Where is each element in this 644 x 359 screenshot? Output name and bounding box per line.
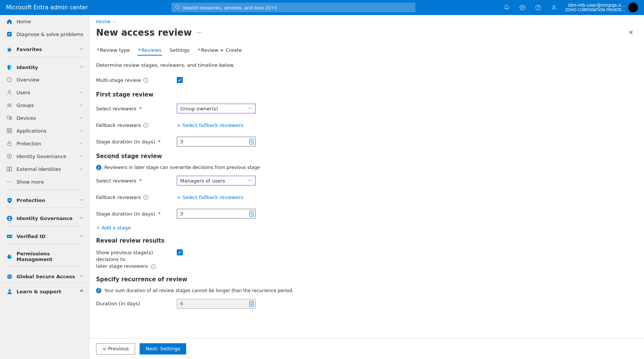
info-icon[interactable]: i — [143, 78, 148, 83]
sidebar-item-applications[interactable]: Applications — [0, 124, 89, 137]
notifications-button[interactable] — [499, 0, 514, 15]
stage1-duration-input[interactable]: 3 — [177, 137, 256, 146]
previous-button[interactable]: < Previous — [96, 343, 135, 354]
sidebar-item-overview[interactable]: Overview — [0, 73, 89, 86]
section-second-stage: Second stage review — [96, 153, 637, 160]
sidebar-item-label: Home — [17, 19, 84, 24]
tab-review-create[interactable]: *Review + Create — [197, 45, 242, 55]
tab-label: Reviews — [141, 47, 161, 53]
stepper-icon[interactable] — [249, 211, 254, 217]
row-stage1-reviewers: Select reviewers * Group owner(s) — [96, 103, 637, 114]
devices-icon — [5, 115, 14, 121]
sidebar-section-identity-governance[interactable]: Identity Governance — [0, 210, 89, 224]
next-button[interactable]: Next: Settings — [140, 343, 186, 354]
sidebar-item-external-identities[interactable]: External Identities — [0, 163, 89, 175]
sidebar-section-label: Verified ID — [17, 234, 78, 239]
more-actions-button[interactable]: ⋯ — [196, 29, 202, 36]
row-stage2-reviewers: Select reviewers * Managers of users — [96, 175, 637, 186]
sidebar-item-label: Identity Governance — [17, 154, 78, 159]
user-account-button[interactable]: idm-mb-user@ompqa.o... ZOHO CORPORATION … — [562, 0, 641, 15]
svg-point-26 — [11, 181, 12, 182]
avatar — [628, 3, 638, 12]
sidebar-section-label: Protection — [17, 198, 78, 203]
help-button[interactable] — [531, 0, 546, 15]
svg-point-3 — [536, 5, 540, 10]
protection-icon — [5, 197, 14, 204]
collapse-sidebar-button[interactable] — [79, 288, 84, 294]
stage2-reviewers-select[interactable]: Managers of users — [177, 176, 256, 186]
stage2-fallback-link[interactable]: + Select fallback reviewers — [177, 195, 243, 200]
sidebar-item-groups[interactable]: Groups — [0, 99, 89, 112]
search-icon — [175, 4, 181, 11]
sidebar-item-label: Diagnose & solve problems — [17, 32, 84, 37]
sidebar-item-protection-sub[interactable]: Protection — [0, 137, 89, 150]
tab-settings[interactable]: Settings — [169, 45, 190, 55]
sidebar-item-users[interactable]: Users — [0, 86, 89, 99]
chevron-down-icon — [78, 197, 84, 204]
bell-icon — [504, 5, 510, 11]
stepper-icon[interactable] — [249, 301, 254, 307]
sidebar-item-home[interactable]: Home — [0, 15, 89, 28]
section-reveal-results: Reveal review results — [96, 237, 637, 244]
applications-icon — [5, 128, 14, 134]
sidebar-item-show-more[interactable]: Show more — [0, 175, 89, 188]
info-icon[interactable]: i — [143, 195, 148, 200]
row-stage1-duration: Stage duration (in days) * 3 — [96, 136, 637, 147]
svg-point-27 — [9, 199, 10, 201]
svg-point-9 — [9, 80, 10, 81]
intro-text: Determine review stages, reviewers, and … — [96, 62, 637, 68]
multi-stage-checkbox[interactable] — [177, 77, 183, 83]
svg-point-11 — [8, 104, 9, 105]
fallback-reviewers-label: Fallback reviewers — [96, 195, 141, 200]
sidebar-section-verified-id[interactable]: Verified ID — [0, 228, 89, 242]
row-stage2-fallback: Fallback reviewers i + Select fallback r… — [96, 192, 637, 202]
input-value: 3 — [180, 139, 183, 145]
close-button[interactable]: ✕ — [625, 27, 637, 38]
content-scroll[interactable]: *Review type *Reviews Settings *Review +… — [89, 41, 644, 338]
divider — [5, 244, 84, 244]
svg-point-31 — [8, 236, 9, 237]
stage1-reviewers-select[interactable]: Group owner(s) — [177, 104, 256, 113]
global-search[interactable] — [172, 3, 415, 12]
sidebar-section-favorites[interactable]: Favorites — [0, 41, 89, 55]
section-recurrence: Specify recurrence of review — [96, 276, 637, 283]
feedback-button[interactable] — [546, 0, 561, 15]
star-icon — [5, 47, 14, 53]
sidebar-section-identity[interactable]: Identity — [0, 59, 89, 73]
duration-label: Duration (in days) — [96, 301, 140, 306]
tab-reviews[interactable]: *Reviews — [137, 45, 162, 55]
multi-stage-label: Multi-stage review — [96, 77, 141, 83]
info-icon[interactable]: i — [151, 264, 156, 269]
chevron-down-icon — [78, 128, 84, 134]
sidebar-item-devices[interactable]: Devices — [0, 112, 89, 124]
add-stage-button[interactable]: + Add a stage — [96, 225, 131, 231]
chevron-right-icon: › — [114, 19, 116, 24]
banner-text: Reviewers in later stage can overwrite d… — [104, 165, 260, 170]
chevron-down-icon — [78, 140, 84, 146]
sidebar-item-diagnose[interactable]: Diagnose & solve problems — [0, 28, 89, 41]
tab-review-type[interactable]: *Review type — [96, 45, 131, 55]
recurrence-duration-input[interactable]: 6 — [177, 299, 256, 309]
search-input[interactable] — [172, 3, 415, 12]
svg-rect-23 — [10, 167, 12, 171]
stage2-duration-input[interactable]: 3 — [177, 209, 256, 219]
info-icon[interactable]: i — [143, 123, 148, 128]
stage1-fallback-link[interactable]: + Select fallback reviewers — [177, 122, 243, 128]
banner-text: Your sum duration of all review stages c… — [104, 288, 293, 293]
svg-rect-19 — [8, 143, 11, 145]
breadcrumb-home[interactable]: Home — [96, 19, 110, 24]
svg-rect-18 — [10, 131, 12, 133]
sidebar-section-learn-support[interactable]: Learn & support — [0, 283, 89, 297]
sidebar-section-global-secure-access[interactable]: Global Secure Access — [0, 268, 89, 282]
stepper-icon[interactable] — [249, 139, 254, 145]
chevron-down-icon — [78, 89, 84, 95]
row-recurrence-duration: Duration (in days) 6 — [96, 299, 637, 309]
sidebar-item-identity-governance-sub[interactable]: Identity Governance — [0, 150, 89, 163]
tab-label: Settings — [170, 47, 190, 53]
sidebar-section-protection[interactable]: Protection — [0, 192, 89, 206]
show-previous-checkbox[interactable] — [177, 249, 183, 255]
settings-button[interactable] — [515, 0, 530, 15]
stage2-info-banner: i Reviewers in later stage can overwrite… — [96, 165, 637, 170]
section-first-stage: First stage review — [96, 91, 637, 98]
sidebar-section-permissions-management[interactable]: Permissions Management — [0, 246, 89, 264]
